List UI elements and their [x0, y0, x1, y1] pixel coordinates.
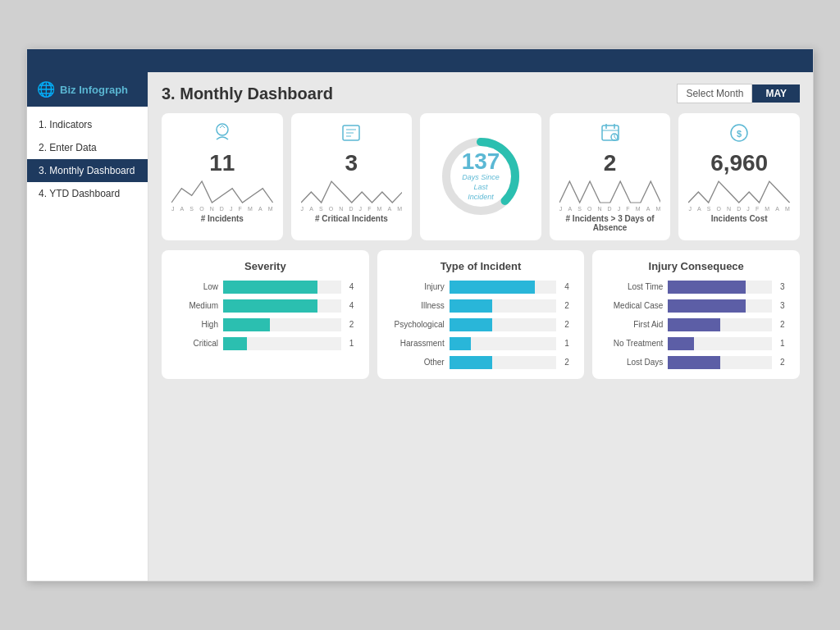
svg-text:$: $ — [737, 129, 742, 139]
bar-label: Harassment — [389, 339, 445, 348]
bar-track — [450, 299, 557, 313]
bar-track — [450, 337, 557, 350]
kpi-label-critical-incidents: # Critical Incidents — [315, 214, 388, 223]
kpi-axis-critical-incidents: JASONDJFMAM — [301, 206, 403, 212]
sidebar-item-ytd-dashboard[interactable]: 4. YTD Dashboard — [27, 182, 148, 205]
sidebar: 🌐 Biz Infograph 1. Indicators2. Enter Da… — [27, 72, 148, 581]
bar-fill — [668, 337, 694, 350]
bar-row: First Aid 2 — [604, 318, 788, 331]
bar-fill — [668, 356, 719, 369]
kpi-sparkline-cost — [688, 180, 790, 204]
bar-fill — [223, 299, 317, 313]
kpi-icon-incidents — [210, 121, 235, 149]
app-frame: 🌐 Biz Infograph 1. Indicators2. Enter Da… — [26, 48, 814, 582]
bar-label: First Aid — [604, 320, 663, 329]
bar-fill — [450, 318, 492, 331]
bar-row: Medium 4 — [173, 299, 358, 313]
kpi-sparkline-absences — [559, 180, 661, 204]
bar-value: 1 — [349, 339, 358, 348]
bar-row: Lost Days 2 — [604, 356, 788, 369]
select-month-value[interactable]: MAY — [752, 84, 800, 103]
bar-fill — [668, 281, 746, 294]
bar-value: 2 — [564, 301, 573, 310]
bar-label: Low — [173, 282, 218, 291]
chart-title: Severity — [173, 260, 358, 272]
bar-track — [668, 318, 772, 331]
bar-fill — [450, 337, 471, 350]
kpi-axis-cost: JASONDJFMAM — [688, 206, 790, 212]
sidebar-item-enter-data[interactable]: 2. Enter Data — [27, 136, 148, 159]
bar-track — [450, 318, 557, 331]
bar-value: 1 — [780, 339, 788, 348]
bar-row: No Treatment 1 — [604, 337, 788, 350]
bar-fill — [450, 281, 536, 294]
bar-track — [223, 337, 341, 350]
bar-row: High 2 — [173, 318, 358, 331]
bar-label: Other — [389, 358, 445, 367]
kpi-axis-absences: JASONDJFMAM — [559, 206, 661, 212]
bar-value: 3 — [780, 301, 788, 310]
bar-track — [223, 281, 341, 294]
bar-value: 2 — [564, 320, 573, 329]
chart-card-injury-consequece: Injury Consequece Lost Time 3 Medical Ca… — [592, 250, 800, 379]
kpi-row: 11 JASONDJFMAM # Incidents 3 JASONDJFMAM… — [162, 113, 800, 240]
content-area: 3. Monthly Dashboard Select Month MAY 11… — [148, 72, 813, 581]
bar-label: Injury — [389, 282, 445, 291]
sidebar-logo: 🌐 Biz Infograph — [27, 72, 148, 107]
app-wrapper: 🌐 Biz Infograph 1. Indicators2. Enter Da… — [0, 0, 840, 630]
page-title: 3. Monthly Dashboard — [162, 84, 333, 103]
kpi-number-critical-incidents: 3 — [345, 151, 358, 176]
bar-track — [668, 356, 772, 369]
logo-icon: 🌐 — [37, 80, 55, 98]
kpi-label-incidents: # Incidents — [201, 214, 244, 223]
bar-track — [223, 299, 341, 313]
kpi-number-absences: 2 — [604, 151, 617, 176]
chart-title: Injury Consequece — [604, 260, 788, 272]
kpi-label-absences: # Incidents > 3 Days of Absence — [559, 214, 661, 232]
bar-row: Lost Time 3 — [604, 281, 788, 294]
kpi-card-absences: 2 JASONDJFMAM # Incidents > 3 Days of Ab… — [550, 113, 671, 240]
bar-fill — [223, 281, 317, 294]
bar-track — [223, 318, 341, 331]
content-header: 3. Monthly Dashboard Select Month MAY — [162, 84, 800, 103]
bar-label: Lost Days — [604, 358, 663, 367]
kpi-label-cost: Incidents Cost — [711, 214, 768, 223]
kpi-card-days-since: 137 Days Since Last Incident — [420, 113, 541, 240]
top-bar — [27, 49, 813, 72]
bar-track — [668, 281, 772, 294]
bar-label: Medium — [173, 301, 218, 310]
bar-row: Other 2 — [389, 356, 573, 369]
kpi-axis-incidents: JASONDJFMAM — [171, 206, 273, 212]
bar-fill — [668, 299, 746, 313]
svg-line-13 — [614, 137, 616, 139]
bar-row: Critical 1 — [173, 337, 358, 350]
kpi-card-critical-incidents: 3 JASONDJFMAM # Critical Incidents — [291, 113, 413, 240]
sidebar-item-indicators[interactable]: 1. Indicators — [27, 113, 148, 136]
bar-value: 2 — [349, 320, 358, 329]
donut-subtitle: Days Since Last Incident — [460, 174, 501, 203]
bar-chart: Lost Time 3 Medical Case 3 First Aid — [604, 281, 788, 369]
bar-label: Critical — [173, 339, 218, 348]
bar-value: 2 — [780, 358, 788, 367]
bar-track — [668, 337, 772, 350]
logo-text: Biz Infograph — [60, 84, 128, 96]
kpi-number-cost: 6,960 — [710, 151, 768, 176]
bar-value: 2 — [780, 320, 788, 329]
sidebar-item-monthly-dashboard[interactable]: 3. Monthly Dashboard — [27, 159, 148, 182]
donut-container: 137 Days Since Last Incident — [440, 135, 522, 217]
main-area: 🌐 Biz Infograph 1. Indicators2. Enter Da… — [27, 72, 813, 581]
bar-label: High — [173, 320, 218, 329]
bar-label: No Treatment — [604, 339, 663, 348]
select-month-label[interactable]: Select Month — [677, 84, 752, 103]
bar-row: Illness 2 — [389, 299, 573, 313]
bar-row: Medical Case 3 — [604, 299, 788, 313]
sidebar-nav: 1. Indicators2. Enter Data3. Monthly Das… — [27, 107, 148, 212]
bar-value: 4 — [349, 301, 358, 310]
bar-fill — [223, 318, 270, 331]
bar-value: 1 — [564, 339, 573, 348]
bar-row: Injury 4 — [389, 281, 573, 294]
bar-row: Harassment 1 — [389, 337, 573, 350]
kpi-icon-absences — [598, 121, 623, 149]
bar-value: 3 — [780, 282, 788, 291]
kpi-card-cost: $ 6,960 JASONDJFMAM Incidents Cost — [678, 113, 800, 240]
